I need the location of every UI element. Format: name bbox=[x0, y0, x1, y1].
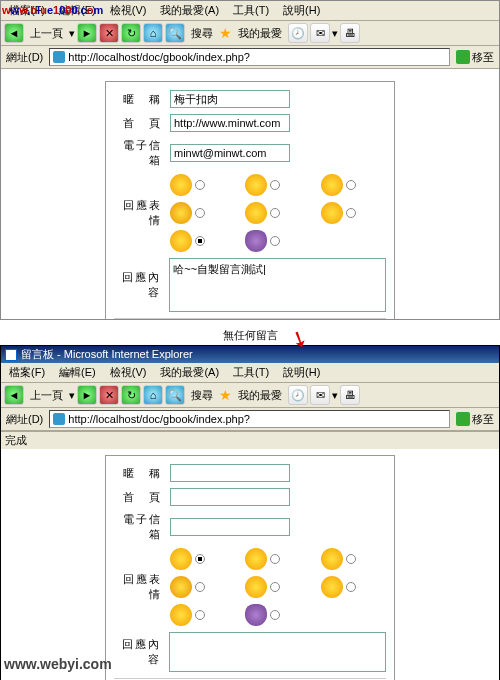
homepage-input2[interactable] bbox=[170, 488, 290, 506]
favorites-icon2[interactable]: ★ bbox=[219, 387, 232, 403]
emoji-radio-1[interactable] bbox=[195, 180, 205, 190]
favorites-label: 我的最愛 bbox=[234, 26, 286, 41]
emoji-2 bbox=[245, 174, 267, 196]
favorites-icon[interactable]: ★ bbox=[219, 25, 232, 41]
emoji2-radio-8[interactable] bbox=[270, 610, 280, 620]
mail-button[interactable]: ✉ bbox=[310, 23, 330, 43]
content-label: 回應內容 bbox=[114, 270, 169, 300]
menu-favorites[interactable]: 我的最愛(A) bbox=[154, 2, 225, 19]
emoji2-radio-2[interactable] bbox=[270, 554, 280, 564]
emoji-radio-8[interactable] bbox=[270, 236, 280, 246]
emoji-3 bbox=[321, 174, 343, 196]
emoji-grid bbox=[170, 174, 386, 252]
email-label: 電子信箱 bbox=[114, 138, 170, 168]
forward-button[interactable]: ► bbox=[77, 23, 97, 43]
menu-view2[interactable]: 檢視(V) bbox=[104, 364, 153, 381]
menu-file2[interactable]: 檔案(F) bbox=[3, 364, 51, 381]
menu-tools[interactable]: 工具(T) bbox=[227, 2, 275, 19]
go-button2[interactable]: 移至 bbox=[453, 412, 497, 427]
statusbar-left: 完成 bbox=[1, 431, 499, 449]
emoji-radio-6[interactable] bbox=[346, 208, 356, 218]
titlebar: 留言板 - Microsoft Internet Explorer bbox=[1, 346, 499, 363]
refresh-button2[interactable]: ↻ bbox=[121, 385, 141, 405]
menu-tools2[interactable]: 工具(T) bbox=[227, 364, 275, 381]
content-area-bottom: 暱 稱 首 頁 電子信箱 回應表情 回應內容 送出取消 梅干扣肉 留言內容： 哈… bbox=[1, 449, 499, 680]
email-input[interactable] bbox=[170, 144, 290, 162]
ie-icon2 bbox=[53, 413, 65, 425]
nickname-input2[interactable] bbox=[170, 464, 290, 482]
content-textarea[interactable]: 哈~~自製留言測試| bbox=[169, 258, 386, 312]
back-button2[interactable]: ◄ bbox=[4, 385, 24, 405]
back-button[interactable]: ◄ bbox=[4, 23, 24, 43]
emoji2-5 bbox=[245, 576, 267, 598]
emoji-7 bbox=[170, 230, 192, 252]
emoji-5 bbox=[245, 202, 267, 224]
nickname-input[interactable] bbox=[170, 90, 290, 108]
nickname-label: 暱 稱 bbox=[114, 92, 170, 107]
forward-button2[interactable]: ► bbox=[77, 385, 97, 405]
guestbook-form: 暱 稱 首 頁 電子信箱 回應表情 回應內容哈~~自製留言測試| 送出取消 bbox=[105, 81, 395, 319]
doc-icon bbox=[5, 349, 17, 361]
home-button2[interactable]: ⌂ bbox=[143, 385, 163, 405]
emoji-radio-7[interactable] bbox=[195, 236, 205, 246]
search-button[interactable]: 🔍 bbox=[165, 23, 185, 43]
mail-button2[interactable]: ✉ bbox=[310, 385, 330, 405]
menu-fav2[interactable]: 我的最愛(A) bbox=[154, 364, 225, 381]
emoji-4 bbox=[170, 202, 192, 224]
browser-window-bottom: 留言板 - Microsoft Internet Explorer 檔案(F) … bbox=[0, 345, 500, 680]
search-button2[interactable]: 🔍 bbox=[165, 385, 185, 405]
go-button[interactable]: 移至 bbox=[453, 50, 497, 65]
ie-icon bbox=[53, 51, 65, 63]
homepage-label: 首 頁 bbox=[114, 116, 170, 131]
toolbar: ◄ 上一頁▾ ► ✕ ↻ ⌂ 🔍 搜尋 ★ 我的最愛 🕗 ✉▾ 🖶 bbox=[1, 21, 499, 46]
menu-help2[interactable]: 說明(H) bbox=[277, 364, 326, 381]
stop-button2[interactable]: ✕ bbox=[99, 385, 119, 405]
watermark-top: www.blue1000.com bbox=[2, 1, 103, 17]
email-input2[interactable] bbox=[170, 518, 290, 536]
emoji-radio-3[interactable] bbox=[346, 180, 356, 190]
toolbar2: ◄ 上一頁▾ ► ✕ ↻ ⌂ 🔍 搜尋 ★ 我的最愛 🕗 ✉▾ 🖶 bbox=[1, 383, 499, 408]
search-label: 搜尋 bbox=[187, 26, 217, 41]
menu-edit2[interactable]: 編輯(E) bbox=[53, 364, 102, 381]
print-button[interactable]: 🖶 bbox=[340, 23, 360, 43]
print-button2[interactable]: 🖶 bbox=[340, 385, 360, 405]
emoji-8 bbox=[245, 230, 267, 252]
emoji-radio-2[interactable] bbox=[270, 180, 280, 190]
address-input[interactable]: http://localhost/doc/gbook/index.php? bbox=[49, 48, 450, 66]
emotion-label: 回應表情 bbox=[114, 198, 170, 228]
emoji2-4 bbox=[170, 576, 192, 598]
history-button2[interactable]: 🕗 bbox=[288, 385, 308, 405]
watermark-bottom: www.webyi.com bbox=[4, 656, 112, 672]
content-area-top: 暱 稱 首 頁 電子信箱 回應表情 回應內容哈~~自製留言測試| 送出取消 bbox=[1, 69, 499, 319]
address-input2[interactable]: http://localhost/doc/gbook/index.php? bbox=[49, 410, 450, 428]
addressbar2: 網址(D) http://localhost/doc/gbook/index.p… bbox=[1, 408, 499, 431]
emoji2-radio-7[interactable] bbox=[195, 610, 205, 620]
guestbook-form2: 暱 稱 首 頁 電子信箱 回應表情 回應內容 送出取消 bbox=[105, 455, 395, 680]
emoji2-3 bbox=[321, 548, 343, 570]
stop-button[interactable]: ✕ bbox=[99, 23, 119, 43]
emoji2-radio-4[interactable] bbox=[195, 582, 205, 592]
emoji2-radio-6[interactable] bbox=[346, 582, 356, 592]
emoji2-radio-1[interactable] bbox=[195, 554, 205, 564]
content-textarea2[interactable] bbox=[169, 632, 386, 672]
refresh-button[interactable]: ↻ bbox=[121, 23, 141, 43]
menu-view[interactable]: 檢視(V) bbox=[104, 2, 153, 19]
browser-window-top: 檔案(F) 編輯(E) 檢視(V) 我的最愛(A) 工具(T) 說明(H) ◄ … bbox=[0, 0, 500, 320]
addressbar: 網址(D) http://localhost/doc/gbook/index.p… bbox=[1, 46, 499, 69]
emoji2-6 bbox=[321, 576, 343, 598]
status-done: 完成 bbox=[5, 433, 27, 448]
emoji2-radio-5[interactable] bbox=[270, 582, 280, 592]
emoji2-8 bbox=[245, 604, 267, 626]
emoji-radio-4[interactable] bbox=[195, 208, 205, 218]
emoji-6 bbox=[321, 202, 343, 224]
emoji-radio-5[interactable] bbox=[270, 208, 280, 218]
emoji2-radio-3[interactable] bbox=[346, 554, 356, 564]
emoji2-2 bbox=[245, 548, 267, 570]
home-button[interactable]: ⌂ bbox=[143, 23, 163, 43]
menu-help[interactable]: 說明(H) bbox=[277, 2, 326, 19]
menubar2: 檔案(F) 編輯(E) 檢視(V) 我的最愛(A) 工具(T) 說明(H) bbox=[1, 363, 499, 383]
emoji2-7 bbox=[170, 604, 192, 626]
history-button[interactable]: 🕗 bbox=[288, 23, 308, 43]
emoji2-1 bbox=[170, 548, 192, 570]
homepage-input[interactable] bbox=[170, 114, 290, 132]
